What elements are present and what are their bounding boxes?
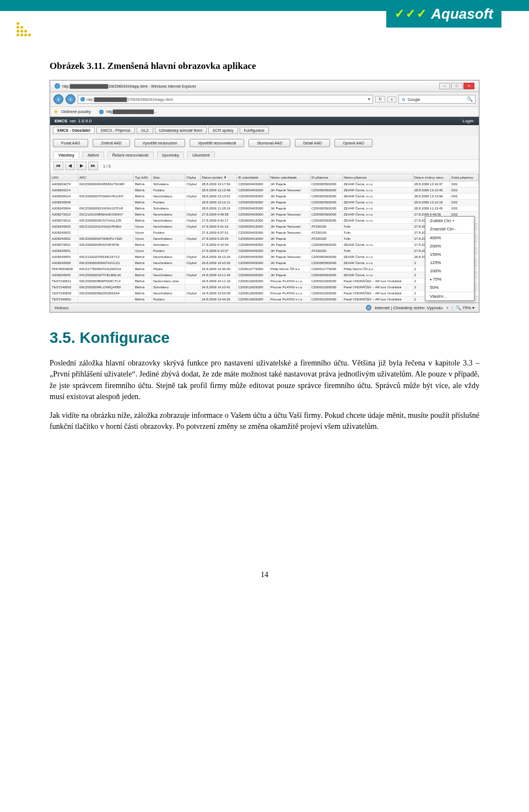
logo-text: Aquasoft [431,6,493,23]
window-titlebar: http:██████████████26839863434/app.html … [50,80,479,92]
table-row[interactable]: A208240001VývozPodáno27.8.2009 9:14:37CZ… [51,248,479,254]
security-zone: Internet | Chráněný režim: Vypnuto [375,305,443,310]
filter-tabs: VšechnyAktivníŘešení nesrovnalostíUpomín… [50,150,479,159]
main-tab[interactable]: EMCS - Příjemce [96,127,135,134]
ie-icon [55,83,60,89]
zoom-menu-item[interactable]: Zmenšit Ctrl - [425,225,474,233]
table-row[interactable]: A20824005809CZ0365000362TA2G1Z1BěžnáNesc… [51,260,479,266]
pager-next[interactable]: ▶ [77,162,87,170]
filter-tab[interactable]: Řešení nesrovnalostí [107,152,154,158]
column-header[interactable]: Chyba [185,174,201,181]
favorites-bar: ★ Oblíbené položky http███████████████..… [50,107,479,117]
column-header[interactable]: ID příjemce [310,174,343,181]
logo-checks-icon: ✓✓✓ [395,7,427,21]
action-button[interactable]: Změnit AAD [93,139,129,147]
login-label: Login: [462,119,474,123]
main-tab[interactable]: EMCS - Odesílatel [53,127,95,134]
column-header[interactable]: Typ AAD [134,174,152,181]
stop-button[interactable]: × [387,96,396,103]
tab-label[interactable]: http███████████████... [106,110,157,114]
table-row[interactable]: A208240002VývozPodáno27.8.2009 9:37:51CZ… [51,230,479,236]
table-row[interactable]: A20824005409CZ12610078SSIK2KT13BěžnáNesc… [51,254,479,260]
action-button[interactable]: Detail AAD [295,139,330,147]
column-header[interactable]: Název příjemce [342,174,413,181]
app-name: EMCS [55,119,67,123]
star-icon[interactable]: ★ [53,109,58,115]
refresh-button[interactable]: ↻ [375,96,385,103]
action-button[interactable]: Podat AAD [53,139,88,147]
minimize-button[interactable]: – [439,83,450,89]
filter-tab[interactable]: Upomínky [157,152,185,158]
table-row[interactable]: A20824000209CZ036500ATSMDPUY620VývozNesc… [51,236,479,242]
filter-tab[interactable]: Aktivní [83,152,104,158]
table-row[interactable]: TEST24080309CZ0365006620336S2A4BěžnáNesc… [51,291,479,297]
table-row[interactable]: A20824000509CZ1261001VNHQVRv8HtVývozNesc… [51,224,479,230]
table-row[interactable]: A20827001009CZ0365009ON7G4ULZ35BěžnáNesc… [51,218,479,224]
table-row[interactable]: A20824599409CZ036500DGWSA1S7FU0BěžnáSchv… [51,206,479,212]
address-bar[interactable]: http:████████████37092839863434/app.html… [78,95,373,104]
column-header[interactable]: Datum změny stavu [413,174,450,181]
browser-nav: ‹ › http:████████████37092839863434/app.… [50,92,479,107]
column-header[interactable]: Stav [152,174,185,181]
feed-icon[interactable]: ▾ [446,305,449,310]
table-row[interactable]: A208240048BěžnáPodáno28.8.2009 13:12:11C… [51,200,479,206]
data-table: LRNARCTyp AADStavChybaDatum podání ▼ID o… [50,174,479,303]
main-tab[interactable]: Konfigurace [240,127,269,134]
table-row[interactable]: A20829327909CZ0365000435SMU7SGM0BěžnáSch… [51,181,479,187]
zoom-menu-item[interactable]: 400% [425,233,474,242]
column-header[interactable]: Doba přepravy [450,174,479,181]
table-row[interactable]: A20829021409CZ0365007NSMHYRUUN7BěžnáNesc… [51,193,479,200]
status-text: Hotovo [55,305,68,310]
main-tab[interactable]: GLZ [137,127,153,134]
table-row[interactable]: A208290214BěžnáPodáno28.8.2009 13:13:48C… [51,187,479,193]
pager-last[interactable]: ⏭ [88,162,98,170]
app-titlebar: EMCS ver. 1.0.5.0 Login: [50,117,479,125]
table-row[interactable]: TEST24080209CZ036500RLUXMQAFB0BěžnáSchvá… [51,284,479,291]
zoom-menu-item[interactable]: 100% [425,267,474,275]
forward-button[interactable]: › [66,94,75,104]
zoom-menu-item[interactable]: 150% [425,250,474,259]
column-header[interactable]: LRN [51,174,78,181]
close-button[interactable]: × [463,83,474,89]
zoom-menu-item[interactable]: 75% [425,275,474,283]
zoom-indicator[interactable]: 🔍 75% ▾ [452,305,474,310]
main-tab[interactable]: ECR správy [208,127,237,134]
column-header[interactable]: Název odesílatele [269,174,310,181]
action-button[interactable]: Stornovat AAD [249,139,290,147]
figure-caption: Obrázek 3.11. Zmenšená hlavní obrazovka … [50,61,479,72]
pager-prev[interactable]: ◀ [65,162,75,170]
table-row[interactable]: A20824004504CZ0365001PTFBL8ML04BěžnáNesc… [51,272,479,278]
action-toolbar: Podat AADZměnit AADVysvětlit nedoručeníV… [50,136,479,150]
table-row[interactable]: TEST24081109CZ036500B3IPSS9CTC4BěžnáNedo… [51,278,479,284]
zoom-menu-item[interactable]: 125% [425,259,474,267]
zoom-menu-item[interactable]: Zvětšit Ctrl + [425,217,474,225]
table-row[interactable]: A20827000109CZ0365003NSXNF0F06BěžnáSchvá… [51,242,479,248]
search-icon[interactable]: 🔍 [467,96,473,102]
action-button[interactable]: Vysvětlit nedoručení [134,139,186,147]
filter-tab[interactable]: Všechny [53,152,79,158]
column-header[interactable]: ARC [78,174,134,181]
window-controls: – □ × [439,83,474,89]
section-heading: 3.5. Konfigurace [50,329,479,347]
column-header[interactable]: ID odesílatele [237,174,269,181]
app-screenshot: http:██████████████26839863434/app.html … [50,80,479,313]
back-button[interactable]: ‹ [53,94,63,104]
zoom-menu-item[interactable]: 50% [425,283,474,292]
table-row[interactable]: PMOR00000809CZ1775005STA3QSPZ19BěžnáPřij… [51,266,479,272]
zoom-menu-item[interactable]: Vlastní... [425,292,474,300]
filter-tab[interactable]: Ukončené [187,152,215,158]
window-title: http:██████████████26839863434/app.html … [62,84,196,88]
logo: ✓✓✓ Aquasoft [386,0,501,28]
pager-first[interactable]: ⏮ [53,162,63,170]
page-number: 14 [50,571,479,579]
search-box[interactable]: G Google 🔍 [398,95,476,104]
zoom-menu-item[interactable]: 200% [425,242,474,250]
table-row[interactable]: TEST240801BěžnáPodáno24.8.2009 13:44:20C… [51,297,479,303]
action-button[interactable]: Vysvětlit nesrovnalosti [190,139,244,147]
dots-icon [17,22,31,37]
action-button[interactable]: Opravit AAD [334,139,373,147]
table-row[interactable]: A20827001009CZ12610084EHHDG3WA7BěžnáNesc… [51,212,479,218]
column-header[interactable]: Datum podání ▼ [201,174,237,181]
maximize-button[interactable]: □ [451,83,462,89]
main-tab[interactable]: Uživatelský adresář firem [155,127,207,134]
